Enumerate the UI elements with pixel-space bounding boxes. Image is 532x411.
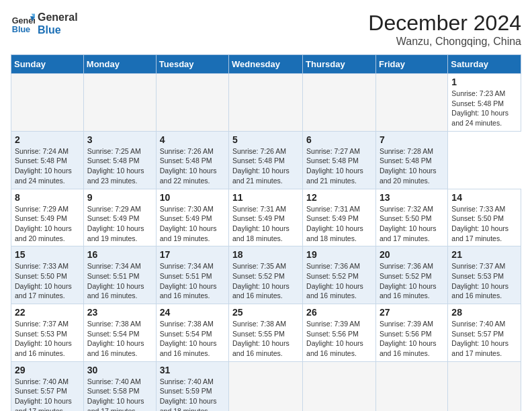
table-cell-day: 18 Sunrise: 7:35 AMSunset: 5:52 PMDaylig… <box>229 246 303 304</box>
table-row: 8 Sunrise: 7:29 AMSunset: 5:49 PMDayligh… <box>11 189 521 246</box>
table-cell-day: 15 Sunrise: 7:33 AMSunset: 5:50 PMDaylig… <box>11 246 84 304</box>
svg-text:Blue: Blue <box>12 25 30 34</box>
table-cell-day: 27 Sunrise: 7:39 AMSunset: 5:56 PMDaylig… <box>375 304 447 362</box>
table-cell-day: 4 Sunrise: 7:26 AMSunset: 5:48 PMDayligh… <box>156 131 228 189</box>
table-cell-day: 5 Sunrise: 7:26 AMSunset: 5:48 PMDayligh… <box>229 131 303 189</box>
table-cell-day: 17 Sunrise: 7:34 AMSunset: 5:51 PMDaylig… <box>156 246 228 304</box>
table-row: 15 Sunrise: 7:33 AMSunset: 5:50 PMDaylig… <box>11 246 521 304</box>
table-cell-empty <box>83 74 156 132</box>
table-cell-day: 24 Sunrise: 7:38 AMSunset: 5:54 PMDaylig… <box>156 304 228 362</box>
table-cell-empty <box>229 361 303 411</box>
col-tuesday: Tuesday <box>156 55 228 74</box>
logo: General Blue General Blue <box>11 11 78 36</box>
table-cell-day: 28 Sunrise: 7:40 AMSunset: 5:57 PMDaylig… <box>448 304 521 362</box>
table-cell-day: 25 Sunrise: 7:38 AMSunset: 5:55 PMDaylig… <box>229 304 303 362</box>
table-row: 2 Sunrise: 7:24 AMSunset: 5:48 PMDayligh… <box>11 131 521 189</box>
table-cell-day: 12 Sunrise: 7:31 AMSunset: 5:49 PMDaylig… <box>303 189 376 246</box>
table-row: 1 Sunrise: 7:23 AMSunset: 5:48 PMDayligh… <box>11 74 521 132</box>
table-cell-day: 14 Sunrise: 7:33 AMSunset: 5:50 PMDaylig… <box>448 189 521 246</box>
col-monday: Monday <box>83 55 156 74</box>
col-thursday: Thursday <box>303 55 376 74</box>
logo-icon: General Blue <box>11 11 35 36</box>
table-cell-empty <box>11 74 84 132</box>
table-cell-day: 13 Sunrise: 7:32 AMSunset: 5:50 PMDaylig… <box>375 189 447 246</box>
month-title: December 2024 <box>368 11 521 36</box>
table-row: 22 Sunrise: 7:37 AMSunset: 5:53 PMDaylig… <box>11 304 521 362</box>
table-cell-empty <box>303 74 376 132</box>
table-row: 29 Sunrise: 7:40 AMSunset: 5:57 PMDaylig… <box>11 361 521 411</box>
table-cell-day: 8 Sunrise: 7:29 AMSunset: 5:49 PMDayligh… <box>11 189 84 246</box>
table-cell-empty <box>448 361 521 411</box>
col-wednesday: Wednesday <box>229 55 303 74</box>
table-cell-day: 16 Sunrise: 7:34 AMSunset: 5:51 PMDaylig… <box>83 246 156 304</box>
calendar-table: Sunday Monday Tuesday Wednesday Thursday… <box>11 54 521 411</box>
table-cell-day: 21 Sunrise: 7:37 AMSunset: 5:53 PMDaylig… <box>448 246 521 304</box>
table-cell-empty <box>229 74 303 132</box>
table-cell-day: 2 Sunrise: 7:24 AMSunset: 5:48 PMDayligh… <box>11 131 84 189</box>
table-cell-empty <box>303 361 376 411</box>
table-cell-day: 7 Sunrise: 7:28 AMSunset: 5:48 PMDayligh… <box>375 131 447 189</box>
table-cell-day: 11 Sunrise: 7:31 AMSunset: 5:49 PMDaylig… <box>229 189 303 246</box>
table-cell-day: 23 Sunrise: 7:38 AMSunset: 5:54 PMDaylig… <box>83 304 156 362</box>
table-cell-day: 10 Sunrise: 7:30 AMSunset: 5:49 PMDaylig… <box>156 189 228 246</box>
table-cell-day: 26 Sunrise: 7:39 AMSunset: 5:56 PMDaylig… <box>303 304 376 362</box>
logo-blue-text: Blue <box>38 24 61 36</box>
table-cell-day: 29 Sunrise: 7:40 AMSunset: 5:57 PMDaylig… <box>11 361 84 411</box>
title-block: December 2024 Wanzu, Chongqing, China <box>368 11 521 48</box>
col-saturday: Saturday <box>448 55 521 74</box>
table-cell-empty <box>375 361 447 411</box>
table-cell-day: 31 Sunrise: 7:40 AMSunset: 5:59 PMDaylig… <box>156 361 228 411</box>
table-cell-empty <box>375 74 447 132</box>
logo-general-text: General <box>38 11 78 23</box>
location: Wanzu, Chongqing, China <box>368 36 521 48</box>
table-cell-day: 9 Sunrise: 7:29 AMSunset: 5:49 PMDayligh… <box>83 189 156 246</box>
col-friday: Friday <box>375 55 447 74</box>
table-cell-day: 19 Sunrise: 7:36 AMSunset: 5:52 PMDaylig… <box>303 246 376 304</box>
table-cell-day: 3 Sunrise: 7:25 AMSunset: 5:48 PMDayligh… <box>83 131 156 189</box>
table-cell-day: 22 Sunrise: 7:37 AMSunset: 5:53 PMDaylig… <box>11 304 84 362</box>
table-cell-day: 6 Sunrise: 7:27 AMSunset: 5:48 PMDayligh… <box>303 131 376 189</box>
table-cell-day: 20 Sunrise: 7:36 AMSunset: 5:52 PMDaylig… <box>375 246 447 304</box>
table-cell-empty <box>156 74 228 132</box>
table-cell-day: 30 Sunrise: 7:40 AMSunset: 5:58 PMDaylig… <box>83 361 156 411</box>
page-header: General Blue General Blue December 2024 … <box>11 11 521 48</box>
col-sunday: Sunday <box>11 55 84 74</box>
table-cell-day: 1 Sunrise: 7:23 AMSunset: 5:48 PMDayligh… <box>448 74 521 132</box>
